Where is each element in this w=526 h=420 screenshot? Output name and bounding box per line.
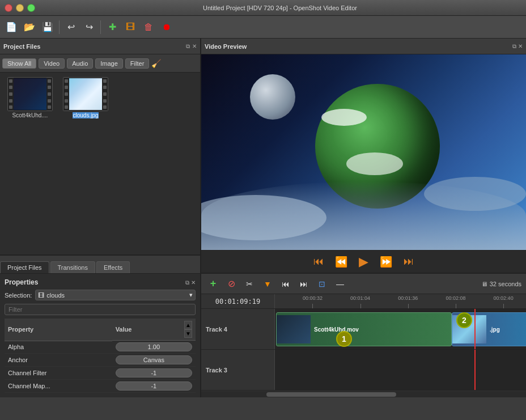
film-dot — [48, 105, 51, 109]
prop-value[interactable]: 1.00 — [112, 341, 196, 354]
maximize-button[interactable] — [27, 4, 35, 12]
add-media-button[interactable]: ✚ — [104, 19, 120, 35]
file-thumb-clouds — [63, 77, 108, 111]
left-panel: Project Files ⧉ ✕ Show All Video Audio I… — [0, 39, 201, 397]
video-preview-content — [201, 54, 526, 250]
monitor-icon: 🖥 — [481, 281, 487, 287]
rewind-start-button[interactable]: ⏮ — [311, 253, 326, 270]
tl-add-track-button[interactable]: + — [206, 277, 220, 291]
file-label-scott: Scott4kUhd.... — [12, 112, 48, 118]
prop-value-button[interactable]: -1 — [116, 368, 192, 377]
clip-scott[interactable]: Scott4kUhd.mov — [276, 312, 452, 346]
film-dot — [65, 105, 68, 109]
prop-value-button[interactable]: -1 — [116, 381, 192, 391]
open-button[interactable]: 📂 — [22, 19, 37, 35]
timeline-duration: 🖥 32 seconds — [481, 281, 521, 287]
prop-value[interactable]: Canvas — [112, 354, 196, 367]
tl-jump-start-button[interactable]: ⏮ — [278, 277, 293, 291]
ruler-label: 00:02:40 — [494, 295, 514, 301]
save-button[interactable]: 💾 — [40, 19, 56, 35]
tab-project-files[interactable]: Project Files — [0, 261, 49, 273]
main-area: Project Files ⧉ ✕ Show All Video Audio I… — [0, 39, 526, 397]
add-effect-button[interactable]: 🎞 — [122, 19, 138, 35]
props-scroll-up[interactable]: ▲ — [184, 321, 192, 329]
props-row: Channel Map...-1 — [5, 380, 196, 393]
thumb-image-clouds — [69, 78, 103, 110]
tl-filter-button[interactable]: ▼ — [260, 277, 275, 291]
film-strip-right-clouds — [102, 78, 108, 111]
props-row: Alpha1.00 — [5, 341, 196, 354]
tl-zoom-out-button[interactable]: — — [333, 277, 347, 291]
timeline-scrollbar[interactable] — [201, 391, 526, 397]
ruler-mark: 00:02:08 — [456, 294, 456, 308]
project-files-panel: Project Files ⧉ ✕ Show All Video Audio I… — [0, 39, 200, 256]
pf-float-button[interactable]: ⧉ — [186, 43, 190, 50]
rewind-button[interactable]: ⏪ — [333, 253, 350, 270]
properties-filter-input[interactable] — [5, 304, 196, 315]
vp-close-button[interactable]: ✕ — [518, 43, 523, 49]
scrollbar-thumb[interactable] — [266, 392, 396, 397]
film-dot — [103, 86, 107, 89]
film-dot — [103, 105, 107, 109]
pf-close-button[interactable]: ✕ — [192, 43, 197, 50]
titlebar: Untitled Project [HDV 720 24p] - OpenSho… — [0, 0, 526, 16]
file-item-clouds[interactable]: clouds.jpg — [60, 77, 111, 118]
play-button[interactable]: ▶ — [357, 252, 371, 271]
selection-value: clouds — [46, 292, 65, 299]
remove-button[interactable]: 🗑 — [141, 19, 156, 35]
ruler-label: 00:01:36 — [398, 295, 418, 301]
video-filter-button[interactable]: Video — [39, 58, 65, 69]
window-title: Untitled Project [HDV 720 24p] - OpenSho… — [39, 5, 521, 11]
show-all-button[interactable]: Show All — [2, 58, 36, 69]
clip-label-clouds: .jpg — [486, 325, 503, 334]
undo-button[interactable]: ↩ — [63, 19, 79, 35]
ruler-mark: 00:01:04 — [360, 294, 361, 308]
tl-remove-button[interactable]: ⊘ — [224, 277, 239, 291]
track-label-4: Track 4 — [201, 309, 275, 349]
prop-value[interactable]: -1 — [112, 380, 196, 393]
timeline-ruler[interactable]: 00:00:3200:01:0400:01:3600:02:0800:02:40 — [275, 294, 526, 308]
selection-dropdown[interactable]: 🎞 clouds ▾ — [35, 290, 196, 300]
earth-cloud-2 — [346, 152, 403, 175]
film-dot — [48, 99, 51, 103]
file-item-scott[interactable]: Scott4kUhd.... — [5, 77, 56, 118]
record-button[interactable]: ⏺ — [159, 19, 175, 35]
properties-header: Properties ⧉ ✕ — [5, 278, 196, 286]
fast-forward-end-button[interactable]: ⏭ — [401, 253, 416, 270]
properties-header-icons: ⧉ ✕ — [185, 278, 196, 286]
film-dot — [103, 99, 107, 103]
filter-button[interactable]: Filter — [125, 58, 149, 69]
vp-float-button[interactable]: ⧉ — [512, 43, 516, 50]
prop-value-button[interactable]: Canvas — [116, 355, 192, 364]
audio-filter-button[interactable]: Audio — [67, 58, 93, 69]
props-scroll-down[interactable]: ▼ — [184, 329, 192, 338]
properties-close-button[interactable]: ✕ — [191, 279, 196, 286]
new-button[interactable]: 📄 — [3, 19, 19, 35]
tl-center-button[interactable]: ⊡ — [315, 277, 329, 291]
tl-cut-button[interactable]: ✂ — [242, 277, 257, 291]
timeline-timecode: 00:01:09:19 — [201, 294, 275, 308]
redo-button[interactable]: ↪ — [81, 19, 97, 35]
selection-icon: 🎞 — [38, 292, 44, 299]
image-filter-button[interactable]: Image — [95, 58, 123, 69]
close-button[interactable] — [5, 4, 12, 12]
film-dot — [65, 79, 68, 83]
ruler-mark: 00:01:36 — [408, 294, 409, 308]
timeline-tracks: Track 4 Scott4kUhd.mov — [201, 309, 526, 391]
properties-float-button[interactable]: ⧉ — [185, 279, 189, 286]
track-content-3[interactable] — [275, 350, 526, 390]
file-label-clouds: clouds.jpg — [73, 112, 98, 118]
tab-transitions[interactable]: Transitions — [50, 261, 95, 273]
props-col-value: Value ▲ ▼ — [112, 319, 196, 341]
ruler-line — [456, 304, 456, 308]
prop-value-button[interactable]: 1.00 — [116, 342, 192, 351]
prop-value[interactable]: -1 — [112, 367, 196, 380]
ruler-line — [360, 304, 361, 308]
tl-jump-end-button[interactable]: ⏭ — [296, 277, 311, 291]
fast-forward-button[interactable]: ⏩ — [377, 253, 394, 270]
minimize-button[interactable] — [16, 4, 24, 12]
track-label-3: Track 3 — [201, 350, 275, 390]
clear-filter-button[interactable]: 🧹 — [151, 59, 161, 68]
tab-effects[interactable]: Effects — [96, 261, 130, 273]
track-content-4[interactable]: Scott4kUhd.mov .jpg 1 — [275, 309, 526, 349]
